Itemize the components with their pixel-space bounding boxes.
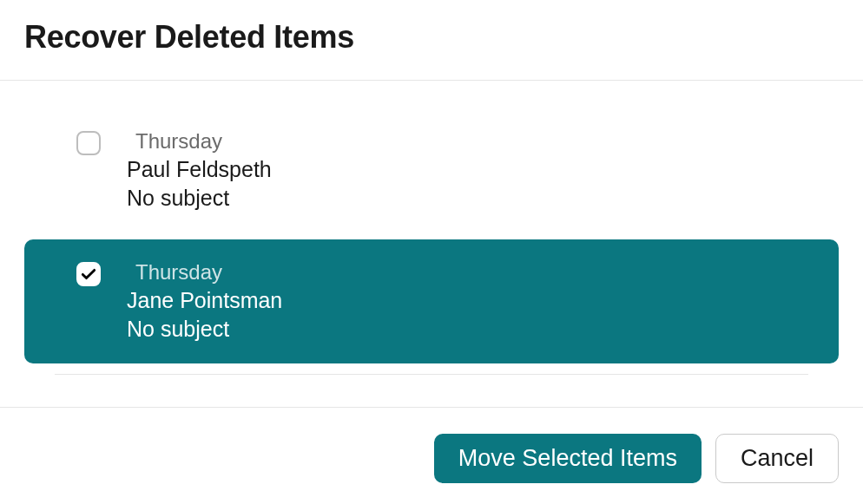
- item-subject: No subject: [127, 315, 787, 344]
- check-icon: [80, 265, 97, 283]
- dialog-title: Recover Deleted Items: [24, 19, 839, 56]
- item-sender: Paul Feldspeth: [127, 155, 787, 184]
- item-content: Thursday Paul Feldspeth No subject: [127, 129, 787, 212]
- item-sender: Jane Pointsman: [127, 286, 787, 315]
- dialog-footer: Move Selected Items Cancel: [0, 407, 863, 504]
- items-list: Thursday Paul Feldspeth No subject Thurs…: [0, 81, 863, 375]
- item-checkbox[interactable]: [76, 262, 101, 286]
- item-checkbox[interactable]: [76, 131, 101, 155]
- move-selected-button[interactable]: Move Selected Items: [434, 434, 702, 483]
- item-subject: No subject: [127, 184, 787, 213]
- dialog-header: Recover Deleted Items: [0, 0, 863, 81]
- item-content: Thursday Jane Pointsman No subject: [127, 260, 787, 343]
- item-date: Thursday: [135, 129, 787, 154]
- list-divider: [55, 374, 808, 375]
- list-item[interactable]: Thursday Jane Pointsman No subject: [24, 239, 839, 363]
- item-date: Thursday: [135, 260, 787, 285]
- cancel-button[interactable]: Cancel: [715, 434, 839, 483]
- list-item[interactable]: Thursday Paul Feldspeth No subject: [24, 108, 839, 232]
